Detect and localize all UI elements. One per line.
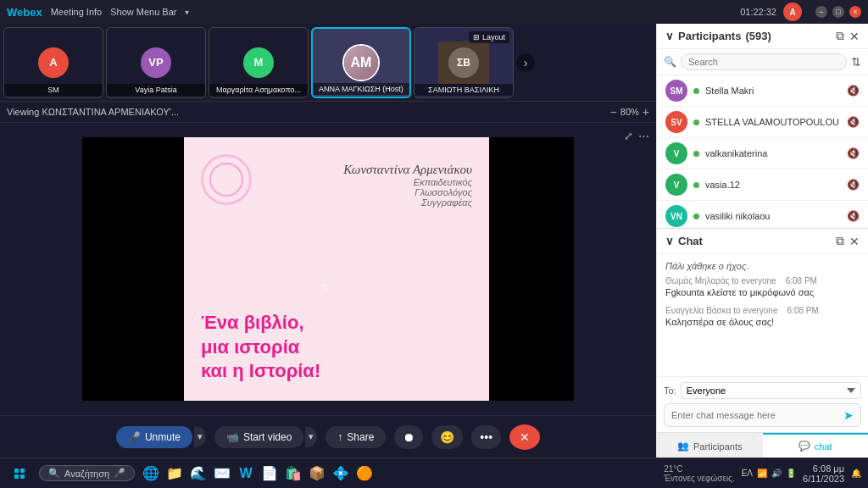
close-button[interactable]: ×	[849, 6, 861, 18]
participant-info: vasiliki nikolaou	[705, 211, 841, 221]
window-controls[interactable]: − □ ×	[815, 6, 861, 18]
video-dropdown[interactable]: ▾	[305, 426, 317, 447]
sort-button[interactable]: ⇅	[851, 55, 861, 69]
layout-label: Layout	[482, 33, 505, 42]
taskbar-icon-amazon[interactable]: 📦	[308, 464, 326, 483]
chat-sender-1: Θωμάς Μηλαράς to everyone	[665, 276, 776, 286]
chevron-down-icon[interactable]: ∨	[665, 30, 674, 42]
meeting-info-link[interactable]: Meeting Info	[51, 7, 103, 17]
slide-container: Κωνσταντίνα Αρμενιάκου Εκπαιδευτικός Γλω…	[82, 137, 574, 401]
participant-display-name: STELLA VALAMOUTOPOULOU	[705, 117, 841, 127]
list-item[interactable]: SV STELLA VALAMOUTOPOULOU 🔇	[657, 107, 868, 138]
bottom-toolbar: 🎤 Unmute ▾ 📹 Start video ▾ ↑ Share ⏺ 😊 •…	[0, 415, 656, 458]
taskbar-icon-chrome[interactable]: 🌐	[142, 464, 160, 483]
chat-actions: ⧉ ✕	[836, 234, 860, 248]
reactions-button[interactable]: 😊	[431, 425, 463, 449]
unmute-dropdown[interactable]: ▾	[194, 426, 206, 447]
chat-msg-text-2: Καλησπέρα σε όλους σας!	[665, 316, 860, 329]
taskbar-icon-webex[interactable]: W	[236, 464, 255, 483]
chat-title: ∨ Chat	[665, 235, 703, 247]
windows-logo-dot	[14, 474, 19, 479]
status-dot	[693, 214, 699, 219]
mute-icon: 🔇	[847, 85, 860, 97]
list-item[interactable]: SM Stella Makri 🔇	[657, 75, 868, 107]
zoom-in-button[interactable]: +	[643, 105, 649, 119]
taskbar-time: 6:08 μμ 6/11/2023	[803, 463, 844, 484]
avatar: SM	[665, 80, 687, 102]
taskbar-icon-folder[interactable]: 📁	[165, 464, 184, 483]
search-mic-icon: 🎤	[114, 468, 125, 479]
taskbar-icon-mail[interactable]: ✉️	[213, 464, 231, 483]
cursor: ↖	[321, 282, 328, 289]
taskbar-icon-acrobat[interactable]: 📄	[260, 464, 279, 483]
host-photo-placeholder: ΑΜ	[344, 46, 378, 80]
chat-msg-meta-1: Θωμάς Μηλαράς to everyone 6:08 PM	[665, 276, 860, 286]
list-item[interactable]: V valkanikaterina 🔇	[657, 138, 868, 169]
weather-temp: 21°C	[664, 464, 682, 474]
unmute-button[interactable]: 🎤 Unmute	[116, 426, 192, 448]
avatar: V	[665, 142, 687, 164]
participant-thumb-2[interactable]: VP Vayia Patsia	[106, 27, 206, 98]
unmute-icon: 🎤	[128, 431, 141, 443]
taskbar-search[interactable]: 🔍 Αναζήτηση 🎤	[39, 465, 135, 481]
strip-next-button[interactable]: ›	[516, 53, 535, 72]
taskbar-icon-store[interactable]: 🛍️	[284, 464, 303, 483]
start-button[interactable]	[7, 464, 32, 483]
taskbar-icon-edge[interactable]: 🌊	[189, 464, 208, 483]
participant-thumb-4[interactable]: ΑΜ ΑΝΝΑ ΜΑΓΚΙΩΣΗ (Host)	[311, 27, 411, 98]
more-icon[interactable]: ⋯	[638, 130, 649, 142]
layout-button[interactable]: ⊞ Layout	[469, 31, 509, 43]
taskbar-icon-extra[interactable]: 💠	[331, 464, 350, 483]
taskbar-weather: 21°C Έντονες νεφώσεις.	[664, 464, 734, 483]
show-menu-bar[interactable]: Show Menu Bar	[110, 7, 176, 17]
chat-to-select[interactable]: Everyone	[681, 382, 861, 399]
participant-thumb-3[interactable]: Μ Μαργαρίτα Ασημακοπο...	[209, 27, 309, 98]
participant-name-4: ΑΝΝΑ ΜΑΓΚΙΩΣΗ (Host)	[313, 83, 409, 95]
maximize-button[interactable]: □	[832, 6, 844, 18]
windows-logo-dot	[14, 469, 19, 473]
panel-bottom-tabs: 👥 Participants 💬 chat	[657, 432, 868, 458]
participants-tab-label: Participants	[693, 441, 742, 452]
search-input[interactable]	[681, 53, 847, 70]
share-button[interactable]: ↑ Share	[326, 426, 386, 448]
presentation-icons: ⤢ ⋯	[624, 130, 649, 142]
participants-tab-button[interactable]: 👥 Participants	[657, 433, 763, 458]
chat-send-button[interactable]: ➤	[843, 408, 854, 422]
chat-text-input[interactable]	[671, 410, 839, 420]
menu-arrow: ▾	[185, 8, 189, 17]
participant-thumb-5[interactable]: ΣΒ ΣΑΜΙΩΤΗ ΒΑΣΙΛΙΚΗ ⊞ Layout	[414, 27, 514, 98]
windows-logo-dot	[20, 474, 25, 479]
more-options-button[interactable]: •••	[471, 425, 501, 449]
mute-icon: 🔇	[847, 116, 860, 128]
slide-role3: Συγγραφέας	[421, 197, 472, 208]
list-item[interactable]: VN vasiliki nikolaou 🔇	[657, 201, 868, 228]
chat-tab-button[interactable]: 💬 chat	[763, 433, 869, 458]
search-icon: 🔍	[664, 56, 676, 68]
participant-thumb-1[interactable]: Α SM	[3, 27, 103, 98]
start-video-button[interactable]: 📹 Start video	[214, 426, 303, 448]
layout-icon: ⊞	[473, 33, 480, 42]
participant-avatar-3: Μ	[243, 47, 274, 78]
participant-video-5: ΣΒ	[438, 42, 489, 84]
chat-popout-button[interactable]: ⧉	[836, 234, 844, 248]
minimize-button[interactable]: −	[815, 6, 827, 18]
chat-message-1: Θωμάς Μηλαράς to everyone 6:08 PM Fgkoun…	[665, 276, 860, 299]
participant-display-name: Stella Makri	[705, 86, 841, 96]
zoom-out-button[interactable]: −	[610, 105, 617, 119]
taskbar-icon-extra2[interactable]: 🟠	[355, 464, 374, 483]
participant-info: Stella Makri	[705, 86, 841, 96]
chat-chevron-icon[interactable]: ∨	[665, 235, 674, 247]
main-content: Α SM VP Vayia Patsia Μ Μαργαρίτα Ασημακο…	[0, 24, 868, 458]
end-call-button[interactable]: ✕	[509, 424, 540, 450]
notification-icon[interactable]: 🔔	[851, 469, 861, 478]
network-icon: 📶	[757, 469, 767, 478]
expand-icon[interactable]: ⤢	[624, 130, 633, 142]
popout-button[interactable]: ⧉	[836, 29, 844, 43]
close-participants-button[interactable]: ✕	[849, 30, 860, 43]
slide-decoration-inner	[209, 163, 243, 197]
chat-to-row: To: Everyone	[664, 382, 861, 399]
record-button[interactable]: ⏺	[394, 425, 423, 449]
chat-messages: Πάλι χάθηκε ο ήχος. Θωμάς Μηλαράς to eve…	[657, 254, 868, 376]
close-chat-button[interactable]: ✕	[849, 235, 860, 248]
list-item[interactable]: V vasia.12 🔇	[657, 169, 868, 201]
